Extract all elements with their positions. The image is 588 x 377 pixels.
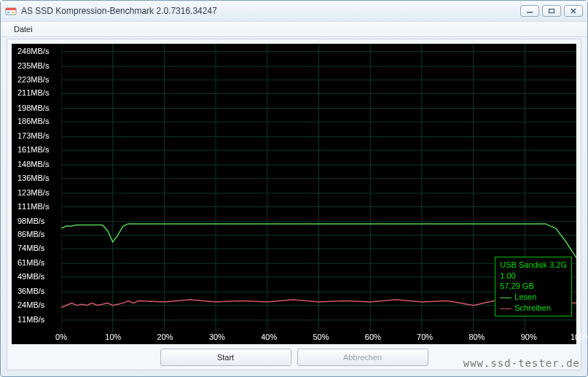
x-tick-label: 10% bbox=[105, 333, 121, 341]
legend-read-label: Lesen bbox=[514, 292, 536, 301]
titlebar: AS SSD Kompression-Benchmark 2.0.7316.34… bbox=[1, 1, 587, 21]
legend-box: USB Sandisk 3.2G 1.00 57,29 GB Lesen Sch… bbox=[495, 257, 572, 316]
x-axis: 0%10%20%30%40%50%60%70%80%90%100% bbox=[61, 333, 576, 344]
close-button[interactable] bbox=[564, 5, 583, 17]
legend-size: 57,29 GB bbox=[500, 281, 567, 292]
y-tick-label: 136MB/s bbox=[17, 174, 49, 182]
y-tick-label: 98MB/s bbox=[17, 217, 44, 225]
abort-button[interactable]: Abbrechen bbox=[297, 349, 428, 366]
y-tick-label: 248MB/s bbox=[17, 47, 49, 55]
legend-device: USB Sandisk 3.2G bbox=[500, 260, 567, 271]
x-tick-label: 0% bbox=[55, 333, 67, 341]
x-tick-label: 50% bbox=[313, 333, 329, 341]
x-tick-label: 90% bbox=[521, 333, 537, 341]
y-tick-label: 223MB/s bbox=[17, 75, 49, 84]
x-tick-label: 80% bbox=[469, 333, 485, 341]
y-tick-label: 211MB/s bbox=[17, 88, 49, 97]
y-tick-label: 173MB/s bbox=[17, 131, 49, 140]
x-tick-label: 40% bbox=[261, 333, 277, 341]
minimize-icon bbox=[526, 8, 533, 14]
x-tick-label: 60% bbox=[365, 333, 381, 341]
x-tick-label: 30% bbox=[209, 333, 225, 341]
y-axis: 248MB/s235MB/s223MB/s211MB/s198MB/s186MB… bbox=[12, 44, 61, 333]
maximize-icon bbox=[548, 8, 555, 14]
app-icon bbox=[5, 5, 17, 17]
y-tick-label: 36MB/s bbox=[17, 287, 44, 295]
read-swatch bbox=[500, 298, 511, 298]
y-tick-label: 161MB/s bbox=[17, 145, 49, 154]
start-button[interactable]: Start bbox=[160, 349, 291, 366]
y-tick-label: 11MB/s bbox=[17, 315, 44, 324]
y-tick-label: 86MB/s bbox=[17, 230, 44, 238]
app-window: AS SSD Kompression-Benchmark 2.0.7316.34… bbox=[0, 0, 588, 377]
write-swatch bbox=[500, 308, 511, 309]
y-tick-label: 49MB/s bbox=[17, 272, 44, 281]
chart: 248MB/s235MB/s223MB/s211MB/s198MB/s186MB… bbox=[12, 44, 576, 344]
y-tick-label: 123MB/s bbox=[17, 188, 49, 197]
y-tick-label: 111MB/s bbox=[17, 202, 49, 211]
legend-fw: 1.00 bbox=[500, 271, 567, 281]
svg-rect-3 bbox=[12, 12, 15, 13]
plot-area: USB Sandisk 3.2G 1.00 57,29 GB Lesen Sch… bbox=[61, 44, 576, 333]
y-tick-label: 186MB/s bbox=[17, 117, 49, 125]
y-tick-label: 24MB/s bbox=[17, 300, 44, 309]
menubar: Datei bbox=[1, 21, 587, 37]
legend-read: Lesen bbox=[500, 292, 567, 303]
close-icon bbox=[570, 8, 577, 14]
y-tick-label: 235MB/s bbox=[17, 61, 49, 70]
x-tick-label: 20% bbox=[157, 333, 173, 341]
svg-rect-5 bbox=[549, 9, 554, 13]
window-title: AS SSD Kompression-Benchmark 2.0.7316.34… bbox=[21, 6, 520, 16]
x-tick-label: 70% bbox=[417, 333, 433, 341]
minimize-button[interactable] bbox=[520, 5, 539, 17]
content-panel: 248MB/s235MB/s223MB/s211MB/s198MB/s186MB… bbox=[7, 39, 581, 370]
legend-write-label: Schreiben bbox=[514, 303, 551, 312]
svg-rect-1 bbox=[6, 8, 16, 10]
maximize-button[interactable] bbox=[542, 5, 561, 17]
legend-write: Schreiben bbox=[500, 303, 567, 314]
menu-datei[interactable]: Datei bbox=[8, 23, 39, 35]
y-tick-label: 61MB/s bbox=[17, 258, 44, 267]
window-controls bbox=[520, 5, 583, 17]
y-tick-label: 148MB/s bbox=[17, 160, 49, 168]
watermark: www.ssd-tester.de bbox=[463, 357, 580, 369]
x-tick-label: 100% bbox=[571, 333, 588, 341]
y-tick-label: 74MB/s bbox=[17, 244, 44, 252]
y-tick-label: 198MB/s bbox=[17, 104, 49, 112]
svg-rect-2 bbox=[7, 12, 10, 13]
